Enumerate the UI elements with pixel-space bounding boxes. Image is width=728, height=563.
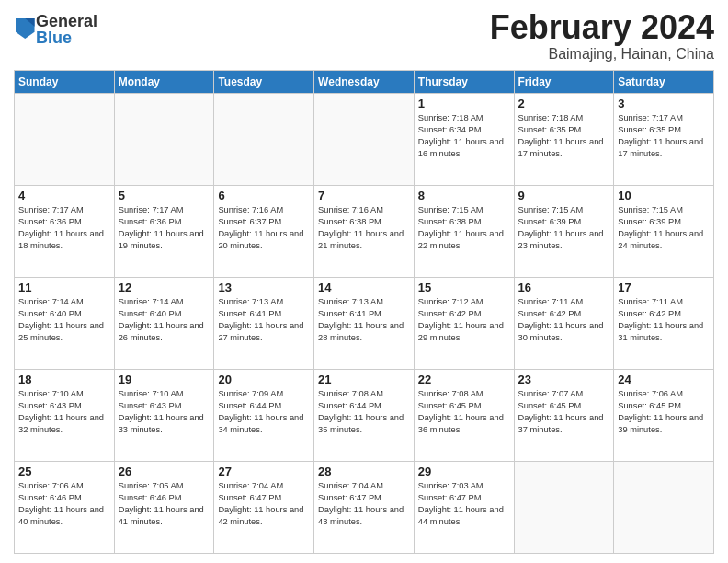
month-year-title: February 2024 [490, 9, 714, 46]
day-number: 6 [218, 189, 310, 202]
day-number: 22 [418, 373, 510, 386]
table-row [514, 461, 614, 553]
col-tuesday: Tuesday [214, 70, 314, 93]
calendar-table: Sunday Monday Tuesday Wednesday Thursday… [14, 70, 714, 554]
day-info: Sunrise: 7:08 AMSunset: 6:45 PMDaylight:… [418, 388, 510, 436]
table-row: 29Sunrise: 7:03 AMSunset: 6:47 PMDayligh… [414, 461, 514, 553]
day-number: 29 [418, 465, 510, 478]
day-info: Sunrise: 7:09 AMSunset: 6:44 PMDaylight:… [218, 388, 310, 436]
day-number: 17 [618, 281, 710, 294]
day-info: Sunrise: 7:06 AMSunset: 6:45 PMDaylight:… [618, 388, 710, 436]
calendar-week-row: 25Sunrise: 7:06 AMSunset: 6:46 PMDayligh… [15, 461, 714, 553]
table-row: 7Sunrise: 7:16 AMSunset: 6:38 PMDaylight… [314, 185, 415, 277]
table-row: 13Sunrise: 7:13 AMSunset: 6:41 PMDayligh… [214, 277, 314, 369]
day-info: Sunrise: 7:16 AMSunset: 6:37 PMDaylight:… [218, 204, 310, 252]
day-info: Sunrise: 7:16 AMSunset: 6:38 PMDaylight:… [318, 204, 410, 252]
day-number: 23 [518, 373, 610, 386]
day-number: 28 [318, 465, 410, 478]
calendar-week-row: 11Sunrise: 7:14 AMSunset: 6:40 PMDayligh… [15, 277, 714, 369]
day-info: Sunrise: 7:15 AMSunset: 6:39 PMDaylight:… [518, 204, 610, 252]
table-row: 3Sunrise: 7:17 AMSunset: 6:35 PMDaylight… [614, 93, 714, 185]
table-row: 25Sunrise: 7:06 AMSunset: 6:46 PMDayligh… [15, 461, 115, 553]
day-number: 25 [18, 465, 110, 478]
table-row [314, 93, 415, 185]
day-info: Sunrise: 7:17 AMSunset: 6:36 PMDaylight:… [119, 204, 210, 252]
day-number: 7 [318, 189, 410, 202]
table-row [15, 93, 115, 185]
day-number: 10 [618, 189, 710, 202]
day-number: 1 [418, 97, 510, 110]
header: General Blue February 2024 Baimajing, Ha… [14, 9, 714, 63]
logo-text: General Blue [36, 13, 97, 46]
table-row: 14Sunrise: 7:13 AMSunset: 6:41 PMDayligh… [314, 277, 415, 369]
logo-general: General [36, 13, 97, 29]
day-number: 27 [218, 465, 310, 478]
day-info: Sunrise: 7:10 AMSunset: 6:43 PMDaylight:… [119, 388, 210, 436]
table-row: 20Sunrise: 7:09 AMSunset: 6:44 PMDayligh… [214, 369, 314, 461]
day-number: 12 [119, 281, 210, 294]
table-row: 23Sunrise: 7:07 AMSunset: 6:45 PMDayligh… [514, 369, 614, 461]
table-row: 24Sunrise: 7:06 AMSunset: 6:45 PMDayligh… [614, 369, 714, 461]
day-number: 24 [618, 373, 710, 386]
day-info: Sunrise: 7:17 AMSunset: 6:36 PMDaylight:… [18, 204, 110, 252]
day-info: Sunrise: 7:11 AMSunset: 6:42 PMDaylight:… [518, 296, 610, 344]
table-row: 11Sunrise: 7:14 AMSunset: 6:40 PMDayligh… [15, 277, 115, 369]
day-number: 3 [618, 97, 710, 110]
table-row: 19Sunrise: 7:10 AMSunset: 6:43 PMDayligh… [114, 369, 214, 461]
table-row: 26Sunrise: 7:05 AMSunset: 6:46 PMDayligh… [114, 461, 214, 553]
day-info: Sunrise: 7:15 AMSunset: 6:39 PMDaylight:… [618, 204, 710, 252]
col-monday: Monday [114, 70, 214, 93]
day-info: Sunrise: 7:15 AMSunset: 6:38 PMDaylight:… [418, 204, 510, 252]
day-number: 14 [318, 281, 410, 294]
generalblue-logo-icon [16, 18, 36, 39]
table-row [614, 461, 714, 553]
day-info: Sunrise: 7:07 AMSunset: 6:45 PMDaylight:… [518, 388, 610, 436]
table-row [114, 93, 214, 185]
day-number: 8 [418, 189, 510, 202]
table-row: 21Sunrise: 7:08 AMSunset: 6:44 PMDayligh… [314, 369, 415, 461]
calendar-week-row: 18Sunrise: 7:10 AMSunset: 6:43 PMDayligh… [15, 369, 714, 461]
day-info: Sunrise: 7:04 AMSunset: 6:47 PMDaylight:… [218, 480, 310, 528]
day-number: 5 [119, 189, 210, 202]
day-info: Sunrise: 7:13 AMSunset: 6:41 PMDaylight:… [218, 296, 310, 344]
day-number: 21 [318, 373, 410, 386]
table-row: 1Sunrise: 7:18 AMSunset: 6:34 PMDaylight… [414, 93, 514, 185]
page: General Blue February 2024 Baimajing, Ha… [0, 0, 728, 563]
day-number: 4 [18, 189, 110, 202]
col-thursday: Thursday [414, 70, 514, 93]
day-number: 26 [119, 465, 210, 478]
day-number: 11 [18, 281, 110, 294]
logo: General Blue [14, 13, 97, 46]
table-row: 27Sunrise: 7:04 AMSunset: 6:47 PMDayligh… [214, 461, 314, 553]
calendar-week-row: 1Sunrise: 7:18 AMSunset: 6:34 PMDaylight… [15, 93, 714, 185]
col-sunday: Sunday [15, 70, 115, 93]
day-number: 2 [518, 97, 610, 110]
table-row: 6Sunrise: 7:16 AMSunset: 6:37 PMDaylight… [214, 185, 314, 277]
table-row: 18Sunrise: 7:10 AMSunset: 6:43 PMDayligh… [15, 369, 115, 461]
table-row: 16Sunrise: 7:11 AMSunset: 6:42 PMDayligh… [514, 277, 614, 369]
table-row: 8Sunrise: 7:15 AMSunset: 6:38 PMDaylight… [414, 185, 514, 277]
day-info: Sunrise: 7:04 AMSunset: 6:47 PMDaylight:… [318, 480, 410, 528]
location-subtitle: Baimajing, Hainan, China [490, 46, 714, 63]
title-block: February 2024 Baimajing, Hainan, China [490, 9, 714, 63]
day-info: Sunrise: 7:05 AMSunset: 6:46 PMDaylight:… [119, 480, 210, 528]
day-info: Sunrise: 7:10 AMSunset: 6:43 PMDaylight:… [18, 388, 110, 436]
logo-blue: Blue [36, 29, 97, 46]
day-number: 18 [18, 373, 110, 386]
table-row: 28Sunrise: 7:04 AMSunset: 6:47 PMDayligh… [314, 461, 415, 553]
day-info: Sunrise: 7:17 AMSunset: 6:35 PMDaylight:… [618, 112, 710, 160]
day-info: Sunrise: 7:03 AMSunset: 6:47 PMDaylight:… [418, 480, 510, 528]
day-info: Sunrise: 7:18 AMSunset: 6:34 PMDaylight:… [418, 112, 510, 160]
day-number: 13 [218, 281, 310, 294]
day-info: Sunrise: 7:06 AMSunset: 6:46 PMDaylight:… [18, 480, 110, 528]
day-number: 16 [518, 281, 610, 294]
table-row: 17Sunrise: 7:11 AMSunset: 6:42 PMDayligh… [614, 277, 714, 369]
day-number: 20 [218, 373, 310, 386]
table-row: 15Sunrise: 7:12 AMSunset: 6:42 PMDayligh… [414, 277, 514, 369]
table-row: 22Sunrise: 7:08 AMSunset: 6:45 PMDayligh… [414, 369, 514, 461]
day-info: Sunrise: 7:18 AMSunset: 6:35 PMDaylight:… [518, 112, 610, 160]
day-info: Sunrise: 7:14 AMSunset: 6:40 PMDaylight:… [119, 296, 210, 344]
table-row [214, 93, 314, 185]
day-info: Sunrise: 7:12 AMSunset: 6:42 PMDaylight:… [418, 296, 510, 344]
col-wednesday: Wednesday [314, 70, 415, 93]
